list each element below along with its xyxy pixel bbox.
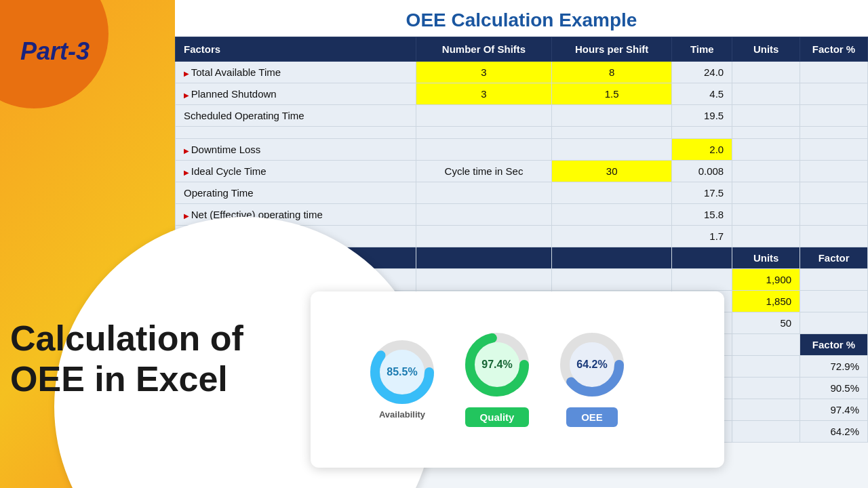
svg-text:85.5%: 85.5% [387, 366, 417, 378]
col-shifts: Number Of Shifts [416, 37, 552, 62]
col-factors: Factors [176, 37, 416, 62]
donut-availability: 85.5% Availability [365, 335, 439, 420]
svg-text:97.4%: 97.4% [481, 359, 512, 370]
part-label: Part-3 [20, 37, 90, 66]
big-text-line2: OEE in Excel [10, 359, 281, 400]
page-title: OEE Calculation Example [175, 0, 868, 37]
svg-text:64.2%: 64.2% [576, 359, 607, 370]
col-units: Units [732, 37, 800, 62]
col-hours: Hours per Shift [551, 37, 672, 62]
donut-quality: 97.4% Quality [460, 327, 534, 427]
big-text-block: Calculation of OEE in Excel [10, 319, 281, 400]
availability-chart: 85.5% [365, 335, 439, 409]
big-text-line1: Calculation of [10, 319, 281, 359]
quality-button[interactable]: Quality [465, 407, 530, 427]
donut-row: 85.5% Availability 97.4% Quality 64.2% O… [406, 327, 629, 427]
oee-button[interactable]: OEE [566, 407, 618, 427]
col-factor: Factor % [800, 37, 868, 62]
quality-chart: 97.4% [460, 327, 534, 402]
availability-label: Availability [379, 409, 425, 420]
donut-oee: 64.2% OEE [555, 327, 629, 427]
col-time: Time [672, 37, 732, 62]
oee-chart: 64.2% [555, 327, 629, 402]
donut-panel: 85.5% Availability 97.4% Quality 64.2% O… [311, 291, 724, 468]
